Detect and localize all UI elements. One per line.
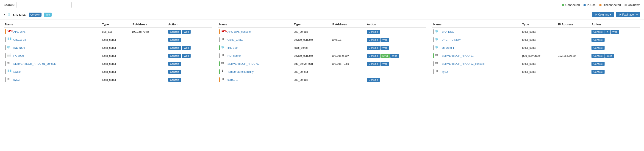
device-name-link[interactable]: APC-UPS bbox=[13, 30, 26, 33]
table-row: APC APC-UPS_console usb_serialBConsole bbox=[218, 28, 426, 36]
legend: ConnectedIn-UseDisconnectedUnknown bbox=[562, 3, 640, 7]
console-action-btn[interactable]: Console bbox=[367, 46, 380, 50]
console-action-btn[interactable]: Console bbox=[367, 62, 380, 66]
console-action-btn[interactable]: Console bbox=[592, 30, 604, 34]
pagination-button[interactable]: ⚙ Pagination ▾ bbox=[616, 12, 640, 17]
gear-icon-2: ⚙ bbox=[618, 13, 621, 16]
info-button[interactable]: Info bbox=[44, 12, 52, 17]
console-action-btn[interactable]: Console bbox=[168, 38, 181, 42]
status-indicator bbox=[219, 61, 220, 66]
table-row: ▦ SERVERTECH_RPDU-02_console local_seria… bbox=[432, 60, 640, 68]
name-cell: 🖥 ttyS2 bbox=[432, 68, 521, 76]
web-action-btn[interactable]: Web bbox=[182, 54, 190, 58]
search-input[interactable] bbox=[16, 2, 72, 8]
console-action-btn[interactable]: Console bbox=[168, 62, 181, 66]
pdu-icon: ▦ bbox=[221, 61, 226, 67]
status-indicator bbox=[219, 37, 220, 42]
device-name-link[interactable]: usbS0-1 bbox=[228, 78, 238, 81]
device-name-link[interactable]: Cisco_CIMC bbox=[228, 38, 243, 41]
status-indicator bbox=[5, 77, 6, 82]
console-action-btn[interactable]: Console bbox=[592, 70, 604, 74]
console-action-btn[interactable]: Console bbox=[592, 46, 604, 50]
device-name-link[interactable]: PA-3020 bbox=[13, 54, 24, 57]
device-name-link[interactable]: CISCO-02 bbox=[13, 38, 26, 41]
web-action-btn[interactable]: Web bbox=[380, 46, 389, 50]
web-action-btn[interactable]: Web bbox=[182, 30, 190, 34]
device-name-link[interactable]: BRA-NSC bbox=[442, 30, 454, 33]
actions-cell: Console bbox=[366, 28, 426, 36]
status-indicator bbox=[5, 69, 6, 74]
device-name-link[interactable]: ttyS3 bbox=[13, 78, 20, 81]
table-row: 🖥 usbS0-1 usb_serialBConsole bbox=[218, 76, 426, 84]
top-bar: Search: ConnectedIn-UseDisconnectedUnkno… bbox=[0, 0, 644, 10]
pdu-icon: ▦ bbox=[435, 53, 440, 59]
type-cell: local_serial bbox=[521, 36, 556, 44]
actions-cell: Console bbox=[590, 68, 640, 76]
type-cell: local_serial bbox=[101, 60, 130, 68]
snowflake-icon: ❄ bbox=[435, 29, 440, 34]
console-action-btn[interactable]: Console bbox=[367, 54, 380, 58]
device-name-link[interactable]: TemperatureHumidity bbox=[228, 70, 254, 73]
device-table-2: NameTypeIP AddressAction APC APC-UPS_con… bbox=[218, 21, 426, 84]
actions-cell: Console ▾ Web bbox=[590, 28, 640, 36]
action-cell: ConsoleWeb bbox=[168, 30, 211, 34]
action-cell: ConsoleWeb bbox=[168, 46, 211, 50]
ip-cell: 192.168.70.81 bbox=[330, 60, 366, 68]
device-name-link[interactable]: on-prem-1 bbox=[442, 46, 454, 49]
web-action-btn[interactable]: Web bbox=[390, 54, 399, 58]
device-name-link[interactable]: RDPserver bbox=[228, 54, 241, 57]
console-action-btn[interactable]: Console bbox=[168, 70, 181, 74]
console-action-btn[interactable]: Console bbox=[367, 30, 380, 34]
console-action-btn[interactable]: Console bbox=[168, 30, 181, 34]
panel-1: NameTypeIP AddressAction APC APC-UPS ups… bbox=[4, 21, 212, 84]
name-cell: 📊 PA-3020 bbox=[4, 52, 101, 60]
device-name-link[interactable]: SERVERTECH_RPDU-01_console bbox=[13, 62, 56, 65]
device-name-link[interactable]: Switch bbox=[13, 70, 21, 73]
type-cell: local_serial bbox=[521, 28, 556, 36]
console-dropdown-btn[interactable]: ▾ bbox=[604, 30, 610, 34]
collapse-icon[interactable]: ▾ bbox=[4, 13, 5, 16]
console-action-btn[interactable]: Console bbox=[168, 54, 181, 58]
console-button[interactable]: Console bbox=[29, 12, 42, 17]
legend-label: Connected bbox=[565, 3, 580, 7]
web-action-btn[interactable]: Web bbox=[605, 54, 614, 58]
action-cell: Console bbox=[168, 78, 211, 82]
device-name-link[interactable]: IRL-BSR bbox=[228, 46, 238, 49]
console-action-btn[interactable]: Console bbox=[168, 46, 181, 50]
type-cell: usb_sensor bbox=[292, 68, 330, 76]
type-cell: pdu_servertech bbox=[521, 52, 556, 60]
action-cell: ConsoleWeb bbox=[592, 54, 639, 58]
device-name-link[interactable]: ttyS2 bbox=[442, 70, 448, 73]
columns-button[interactable]: ⚙ Columns ▾ bbox=[592, 12, 614, 17]
table-row: ▦ SERVERTECH_RPDU-01 pdu_servertech192.1… bbox=[432, 52, 640, 60]
console-action-btn[interactable]: Console bbox=[168, 78, 181, 82]
name-cell: ❄ BRA-NSC bbox=[432, 28, 521, 36]
console-action-btn[interactable]: Console bbox=[367, 78, 380, 82]
name-cell: ▦ SERVERTECH_RPDU-01 bbox=[432, 52, 521, 60]
name-cell: APC APC-UPS_console bbox=[218, 28, 293, 36]
actions-cell: Console bbox=[167, 76, 212, 84]
device-name-link[interactable]: APC-UPS_console bbox=[228, 30, 251, 33]
console-action-btn[interactable]: Console bbox=[592, 38, 604, 42]
col-header-ip-address: IP Address bbox=[330, 21, 366, 28]
panel-2: NameTypeIP AddressAction APC APC-UPS_con… bbox=[214, 21, 426, 84]
device-name-link[interactable]: SERVERTECH_RPDU-02_console bbox=[442, 62, 484, 65]
type-cell: local_serial bbox=[521, 44, 556, 52]
device-name-link[interactable]: SERVERTECH_RPDU-01 bbox=[442, 54, 474, 57]
name-cell: 🖥 ttyS3 bbox=[4, 76, 101, 84]
web-action-btn[interactable]: Web bbox=[380, 38, 389, 42]
name-cell: |||||||| CISCO-02 bbox=[4, 36, 101, 44]
device-name-link[interactable]: DHCP-70-NEW bbox=[442, 38, 460, 41]
console-action-btn[interactable]: Console bbox=[367, 38, 380, 42]
action-cell: Console bbox=[168, 70, 211, 74]
web-action-btn[interactable]: Web bbox=[380, 62, 389, 66]
web-action-btn[interactable]: Web bbox=[610, 30, 619, 34]
device-name-link[interactable]: SERVERTECH_RPDU-02 bbox=[228, 62, 260, 65]
device-name-link[interactable]: IND-NSR bbox=[13, 46, 25, 49]
actions-cell: Console bbox=[167, 36, 212, 44]
console-action-btn[interactable]: Console bbox=[592, 62, 604, 66]
console-action-btn[interactable]: Console bbox=[592, 54, 604, 58]
web-action-btn[interactable]: Web bbox=[182, 46, 190, 50]
name-cell: ❄ IND-NSR bbox=[4, 44, 101, 52]
kvm-action-btn[interactable]: KVM bbox=[380, 54, 390, 58]
